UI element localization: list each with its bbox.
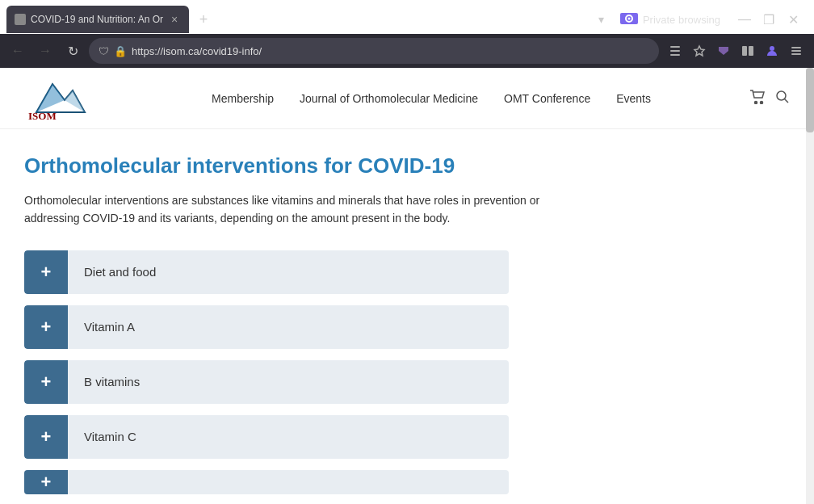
svg-marker-6 [694, 46, 704, 56]
tab-favicon [15, 14, 26, 25]
url-text: https://isom.ca/covid19-info/ [132, 45, 649, 57]
svg-text:ISOM: ISOM [28, 110, 57, 120]
svg-marker-14 [36, 84, 65, 112]
bookmark-list-icon[interactable] [664, 40, 686, 62]
svg-line-20 [785, 99, 789, 103]
svg-rect-7 [742, 46, 747, 56]
svg-rect-3 [670, 46, 680, 48]
nav-item-journal[interactable]: Journal of Orthomolecular Medicine [300, 92, 478, 105]
minimize-button[interactable]: — [733, 8, 756, 31]
svg-rect-10 [791, 47, 801, 48]
private-browsing-indicator: Private browsing [614, 13, 727, 27]
nav-item-membership[interactable]: Membership [212, 92, 274, 105]
accordion-label-vitamin-c: Vitamin C [68, 430, 153, 443]
menu-icon[interactable] [785, 40, 808, 62]
accordion-expand-diet[interactable]: + [24, 250, 68, 294]
accordion-list: + Diet and food + Vitamin A + B vitamins… [24, 250, 541, 494]
svg-point-2 [627, 17, 630, 19]
nav-item-omt[interactable]: OMT Conference [504, 92, 590, 105]
svg-point-17 [755, 101, 757, 103]
svg-point-18 [761, 101, 763, 103]
tab-dropdown-button[interactable]: ▾ [592, 10, 610, 29]
reader-view-icon[interactable] [736, 40, 759, 62]
accordion-item-diet[interactable]: + Diet and food [24, 250, 509, 294]
close-button[interactable]: ✕ [782, 8, 804, 31]
scrollbar[interactable] [806, 68, 814, 504]
browser-chrome: COVID-19 and Nutrition: An Or × + ▾ Priv… [0, 0, 814, 68]
nav-item-events[interactable]: Events [616, 92, 651, 105]
pocket-icon[interactable] [712, 40, 735, 62]
accordion-item-vitamin-a[interactable]: + Vitamin A [24, 305, 509, 349]
cart-icon[interactable] [749, 90, 766, 107]
address-input[interactable]: 🛡 🔒 https://isom.ca/covid19-info/ [89, 38, 659, 64]
private-browsing-icon [620, 13, 638, 27]
accordion-expand-b-vitamins[interactable]: + [24, 360, 68, 404]
logo-svg: ISOM [24, 76, 97, 120]
svg-point-9 [770, 46, 774, 51]
page-description: Orthomolecular interventions are substan… [24, 191, 541, 228]
profile-icon[interactable] [761, 40, 783, 62]
lock-icon: 🔒 [114, 45, 127, 57]
new-tab-button[interactable]: + [192, 8, 215, 31]
tab-close-button[interactable]: × [168, 13, 181, 26]
nav-icons [749, 90, 790, 107]
site-navigation: ISOM Membership Journal of Orthomolecula… [0, 68, 814, 129]
window-controls: — ❐ ✕ [730, 8, 808, 31]
accordion-item-b-vitamins[interactable]: + B vitamins [24, 360, 509, 404]
back-button[interactable]: ← [6, 40, 29, 62]
page-title: Orthomolecular interventions for COVID-1… [24, 153, 541, 178]
svg-rect-12 [791, 53, 801, 55]
accordion-item-vitamin-c[interactable]: + Vitamin C [24, 415, 509, 459]
accordion-expand-partial[interactable]: + [24, 470, 68, 494]
accordion-expand-vitamin-c[interactable]: + [24, 415, 68, 459]
nav-items: Membership Journal of Orthomolecular Med… [137, 92, 725, 105]
accordion-label-vitamin-a: Vitamin A [68, 320, 151, 334]
website: ISOM Membership Journal of Orthomolecula… [0, 68, 814, 504]
scrollbar-thumb[interactable] [806, 68, 814, 132]
private-browsing-label: Private browsing [643, 14, 720, 26]
active-tab[interactable]: COVID-19 and Nutrition: An Or × [6, 6, 189, 33]
svg-rect-8 [749, 46, 753, 56]
address-bar: ← → ↻ 🛡 🔒 https://isom.ca/covid19-info/ [0, 34, 814, 68]
svg-point-19 [777, 91, 786, 100]
accordion-label-b-vitamins: B vitamins [68, 375, 156, 388]
shield-icon: 🛡 [99, 45, 109, 57]
accordion-expand-vitamin-a[interactable]: + [24, 305, 68, 349]
refresh-button[interactable]: ↻ [61, 40, 84, 62]
toolbar-icons [664, 40, 808, 62]
main-content: Orthomolecular interventions for COVID-1… [0, 129, 565, 504]
page-content: ISOM Membership Journal of Orthomolecula… [0, 68, 814, 504]
maximize-button[interactable]: ❐ [757, 8, 780, 31]
accordion-item-partial[interactable]: + [24, 470, 509, 494]
forward-button[interactable]: → [34, 40, 57, 62]
svg-rect-4 [670, 50, 680, 52]
svg-rect-5 [670, 54, 680, 56]
tab-title: COVID-19 and Nutrition: An Or [31, 14, 163, 25]
tab-bar: COVID-19 and Nutrition: An Or × + ▾ Priv… [0, 0, 814, 34]
site-logo[interactable]: ISOM [24, 76, 97, 120]
svg-rect-11 [791, 50, 801, 52]
star-icon[interactable] [688, 40, 711, 62]
search-icon[interactable] [775, 90, 790, 107]
accordion-label-diet: Diet and food [68, 265, 172, 279]
